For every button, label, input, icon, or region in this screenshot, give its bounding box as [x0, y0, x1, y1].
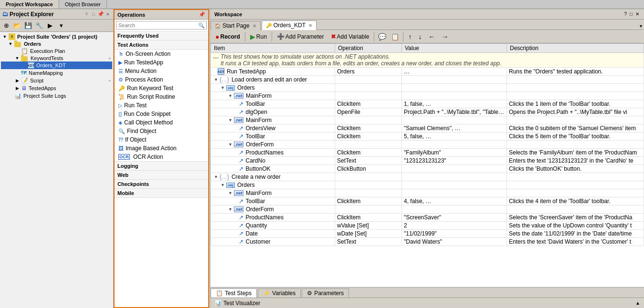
- orders-expand-icon[interactable]: ▼: [8, 41, 13, 47]
- table-row[interactable]: ↗ ToolBar ClickItem 1, false, … Clicks t…: [211, 100, 644, 108]
- row-expand-icon[interactable]: [236, 231, 237, 236]
- row-expand-icon[interactable]: ▼: [228, 118, 232, 123]
- tab-orders-kdt[interactable]: 🔑 Orders_KDT ✕: [262, 21, 317, 30]
- ws-help-btn[interactable]: ?: [624, 11, 627, 17]
- tab-parameters[interactable]: ⚙ Parameters: [302, 288, 349, 298]
- copy-button[interactable]: 📋: [389, 32, 401, 41]
- tb-run-btn[interactable]: ▶: [45, 21, 55, 31]
- row-expand-icon[interactable]: [236, 158, 237, 163]
- row-expand-icon[interactable]: ▼: [221, 85, 225, 90]
- tab-start-page[interactable]: 🏠 Start Page ✕: [211, 21, 261, 30]
- table-row[interactable]: ↗ Customer SetText "David Waters" Enters…: [211, 238, 644, 246]
- row-expand-icon[interactable]: [236, 126, 237, 131]
- row-expand-icon[interactable]: ▼: [228, 93, 232, 98]
- row-expand-icon[interactable]: ▼: [214, 175, 218, 179]
- row-expand-icon[interactable]: [236, 223, 237, 228]
- tree-item-testedapps[interactable]: ▶ 🖥 TestedApps: [1, 84, 112, 92]
- row-expand-icon[interactable]: ▼: [214, 77, 218, 82]
- row-expand-icon[interactable]: [236, 166, 237, 171]
- operations-pin-icon[interactable]: 📌: [199, 11, 205, 18]
- ops-item-runtestedapp[interactable]: ▶ Run TestedApp: [115, 58, 208, 67]
- ops-item-ifobject[interactable]: ⁇ If Object: [115, 135, 208, 144]
- row-expand-icon[interactable]: [236, 215, 237, 220]
- row-expand-icon[interactable]: [236, 134, 237, 139]
- table-row[interactable]: ↗ ProductNames ClickItem "FamilyAlbum" S…: [211, 149, 644, 157]
- tab-project-workspace[interactable]: Project Workspace: [0, 0, 59, 9]
- orders-kdt-close-btn[interactable]: ✕: [308, 23, 312, 28]
- tb-open-btn[interactable]: 📂: [12, 21, 22, 31]
- tb-new-suite-btn[interactable]: ⊕: [1, 21, 11, 31]
- operations-search-input[interactable]: [116, 21, 207, 30]
- tree-item-namemapping[interactable]: 🗺 NameMapping: [1, 69, 112, 77]
- ws-restore-btn[interactable]: □: [630, 11, 633, 17]
- row-expand-icon[interactable]: ▼: [221, 183, 225, 187]
- tb-more-btn[interactable]: ▾: [56, 21, 66, 31]
- table-row[interactable]: ▼ .net MainForm: [211, 116, 644, 124]
- kw-expand-icon[interactable]: ▼: [14, 55, 20, 61]
- table-row[interactable]: ↗ ProductNames ClickItem "ScreenSaver" S…: [211, 214, 644, 222]
- ops-item-processaction[interactable]: ⚙ Process Action: [115, 75, 208, 84]
- ops-item-onscreen[interactable]: 🖱 On-Screen Action: [115, 50, 208, 58]
- tab-test-steps[interactable]: 📋 Test Steps: [211, 288, 257, 298]
- explorer-close-btn[interactable]: ✕: [105, 11, 111, 18]
- tree-item-kwtests[interactable]: ▼ KeywordTests +: [1, 55, 112, 62]
- table-row[interactable]: ↗ ButtonOK ClickButton Clicks the 'Butto…: [211, 165, 644, 173]
- ops-item-runcode[interactable]: {} Run Code Snippet: [115, 110, 208, 118]
- move-down-button[interactable]: ↓: [415, 32, 424, 41]
- explorer-float-btn[interactable]: □: [90, 11, 97, 18]
- table-row[interactable]: ▼ .net MainForm: [211, 92, 644, 100]
- start-page-close-btn[interactable]: ✕: [253, 23, 256, 29]
- explorer-pin-btn[interactable]: 📌: [97, 11, 104, 18]
- table-row[interactable]: KDT Run TestedApp Orders … Runs the "Ord…: [211, 68, 644, 76]
- table-row[interactable]: ▼ .net MainForm: [211, 189, 644, 197]
- table-row[interactable]: ▼ .net OrderForm: [211, 205, 644, 214]
- row-expand-icon[interactable]: [214, 69, 216, 74]
- row-expand-icon[interactable]: [236, 110, 237, 114]
- table-row[interactable]: ↗ dlgOpen OpenFile Project.Path + "..\My…: [211, 108, 644, 116]
- move-left-button[interactable]: ←: [425, 32, 438, 41]
- tb-save-btn[interactable]: 💾: [23, 21, 33, 31]
- ops-item-imagebased[interactable]: 🖼 Image Based Action: [115, 144, 208, 153]
- explorer-help-btn[interactable]: ?: [83, 11, 90, 18]
- suite-expand-icon[interactable]: ▼: [2, 34, 8, 40]
- tab-variables[interactable]: ⚡ Variables: [258, 288, 301, 298]
- row-expand-icon[interactable]: [236, 239, 237, 244]
- ws-close-btn[interactable]: ✕: [635, 11, 639, 17]
- row-expand-icon[interactable]: [236, 150, 237, 155]
- run-button[interactable]: ▶ Run: [247, 32, 270, 41]
- tree-item-projlogs[interactable]: 📊 Project Suite Logs: [1, 92, 112, 100]
- desc-collapse-icon[interactable]: —: [213, 54, 219, 61]
- visualizer-expand-btn[interactable]: ▲: [635, 300, 640, 306]
- row-expand-icon[interactable]: [236, 102, 237, 106]
- ops-item-findobject[interactable]: 🔍 Find Object: [115, 127, 208, 135]
- ops-item-runtest[interactable]: ▷ Run Test: [115, 101, 208, 110]
- ops-item-menuaction[interactable]: ☰ Menu Action: [115, 67, 208, 75]
- ops-item-runkeyword[interactable]: 🔑 Run Keyword Test: [115, 84, 208, 92]
- table-row[interactable]: ↗ ToolBar ClickItem 4, false, … Clicks t…: [211, 197, 644, 205]
- table-row[interactable]: ▼ obj Orders: [211, 181, 644, 189]
- table-row[interactable]: ▼ {…} Create a new order: [211, 173, 644, 181]
- tree-item-script[interactable]: ▶ 📝 Script +: [1, 77, 112, 84]
- ops-item-runscript[interactable]: 📜 Run Script Routine: [115, 92, 208, 101]
- tree-item-orders-kdt[interactable]: KDT Orders_KDT: [1, 62, 112, 69]
- tree-item-suite[interactable]: ▼ S Project Suite 'Orders' (1 project): [1, 33, 112, 41]
- table-row[interactable]: ▼ {…} Load orders and edit an order: [211, 76, 644, 84]
- table-row[interactable]: ▼ obj Orders: [211, 84, 644, 92]
- script-add-icon[interactable]: +: [108, 78, 111, 83]
- move-up-button[interactable]: ↑: [405, 32, 414, 41]
- table-row[interactable]: ↗ OrdersView ClickItem "Samuel Clemens",…: [211, 124, 644, 133]
- tree-item-execplan[interactable]: 📋 Execution Plan: [1, 47, 112, 55]
- table-row[interactable]: ↗ Quantity wValue [Set] 2 Sets the value…: [211, 222, 644, 230]
- table-row[interactable]: ↗ Date wDate [Set] "11/02/1999" Sets the…: [211, 230, 644, 238]
- comment-button[interactable]: 💬: [376, 32, 388, 41]
- move-right-button[interactable]: →: [439, 32, 451, 41]
- script-expand-icon[interactable]: ▶: [14, 78, 20, 83]
- tabs-dropdown-btn[interactable]: ▾: [638, 22, 644, 30]
- row-expand-icon[interactable]: [236, 199, 237, 204]
- table-row[interactable]: — This test shows how to simulate user a…: [211, 53, 644, 68]
- row-expand-icon[interactable]: ▼: [228, 142, 232, 147]
- table-row[interactable]: ↗ CardNo SetText "123123123123" Enters t…: [211, 157, 644, 165]
- record-button[interactable]: ● Record: [212, 32, 243, 41]
- kwtests-add-icon[interactable]: +: [108, 55, 111, 61]
- ops-item-callobjmethod[interactable]: ◈ Call Object Method: [115, 118, 208, 127]
